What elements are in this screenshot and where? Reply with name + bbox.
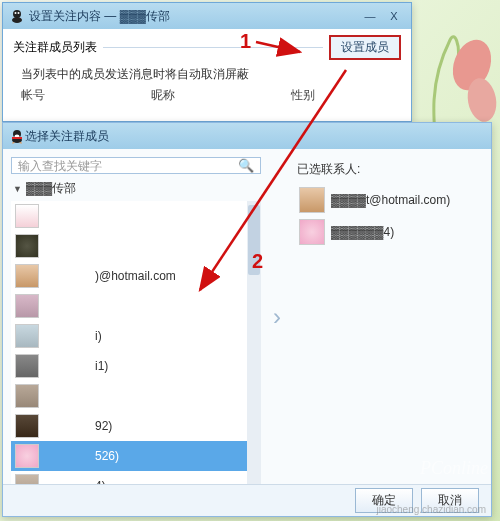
svg-point-3: [12, 17, 22, 23]
avatar: [15, 294, 39, 318]
qq-icon: [9, 8, 25, 24]
search-box: 🔍: [11, 157, 261, 174]
avatar: [299, 219, 325, 245]
member-list: )@hotmail.comi)i1)92)526)4): [11, 201, 261, 501]
list-item[interactable]: 526): [11, 441, 247, 471]
list-item[interactable]: [11, 291, 247, 321]
search-icon[interactable]: 🔍: [238, 158, 254, 173]
select-title: 选择关注群成员: [25, 128, 485, 145]
divider: [103, 47, 323, 48]
column-headers: 帐号 昵称 性别: [13, 87, 401, 104]
avatar: [15, 234, 39, 258]
list-item[interactable]: [11, 231, 247, 261]
right-panel: 已选联系人: ▓▓▓▓t@hotmail.com)▓▓▓▓▓▓4): [293, 157, 483, 476]
list-item[interactable]: i): [11, 321, 247, 351]
close-button[interactable]: X: [383, 7, 405, 25]
list-item[interactable]: )@hotmail.com: [11, 261, 247, 291]
col-account: 帐号: [21, 87, 151, 104]
list-item[interactable]: [11, 381, 247, 411]
ok-button[interactable]: 确定: [355, 488, 413, 513]
group-name: ▓▓▓传部: [26, 180, 76, 197]
avatar: [15, 444, 39, 468]
selected-item[interactable]: ▓▓▓▓▓▓4): [297, 216, 479, 248]
set-members-button[interactable]: 设置成员: [329, 35, 401, 60]
settings-window: 设置关注内容 — ▓▓▓传部 — X 关注群成员列表 设置成员 当列表中的成员发…: [2, 2, 412, 122]
item-label: 526): [45, 449, 243, 463]
list-item[interactable]: i1): [11, 351, 247, 381]
select-members-window: 选择关注群成员 🔍 ▼ ▓▓▓传部 )@hotmail.comi)i1)92)5…: [2, 122, 492, 517]
left-panel: 🔍 ▼ ▓▓▓传部 )@hotmail.comi)i1)92)526)4): [11, 157, 261, 476]
avatar: [15, 204, 39, 228]
minimize-button[interactable]: —: [359, 7, 381, 25]
item-label: i1): [45, 359, 243, 373]
add-arrow-button[interactable]: ›: [273, 303, 281, 331]
svg-point-4: [15, 12, 17, 14]
member-list-label: 关注群成员列表: [13, 39, 97, 56]
avatar: [15, 354, 39, 378]
selected-label-text: ▓▓▓▓t@hotmail.com): [331, 193, 450, 207]
svg-point-2: [13, 10, 21, 18]
list-item[interactable]: 92): [11, 411, 247, 441]
selected-item[interactable]: ▓▓▓▓t@hotmail.com): [297, 184, 479, 216]
collapse-icon: ▼: [13, 184, 22, 194]
settings-titlebar: 设置关注内容 — ▓▓▓传部 — X: [3, 3, 411, 29]
selected-label: 已选联系人:: [297, 161, 479, 178]
avatar: [15, 414, 39, 438]
item-label: 92): [45, 419, 243, 433]
dialog-buttons: 确定 取消: [3, 484, 491, 516]
helper-text: 当列表中的成员发送消息时将自动取消屏蔽: [21, 66, 401, 83]
select-titlebar: 选择关注群成员: [3, 123, 491, 149]
settings-title: 设置关注内容 — ▓▓▓传部: [29, 8, 359, 25]
qq-icon: [9, 128, 25, 144]
selected-label-text: ▓▓▓▓▓▓4): [331, 225, 394, 239]
avatar: [15, 384, 39, 408]
group-header[interactable]: ▼ ▓▓▓传部: [11, 174, 261, 201]
item-label: )@hotmail.com: [45, 269, 243, 283]
cancel-button[interactable]: 取消: [421, 488, 479, 513]
scrollbar-thumb[interactable]: [248, 205, 260, 275]
avatar: [15, 324, 39, 348]
avatar: [299, 187, 325, 213]
svg-point-0: [446, 34, 498, 95]
svg-point-1: [464, 76, 499, 124]
svg-point-5: [18, 12, 20, 14]
avatar: [15, 264, 39, 288]
col-gender: 性别: [291, 87, 351, 104]
svg-rect-9: [12, 137, 22, 139]
item-label: i): [45, 329, 243, 343]
list-item[interactable]: [11, 201, 247, 231]
col-nickname: 昵称: [151, 87, 291, 104]
search-input[interactable]: [18, 159, 238, 173]
